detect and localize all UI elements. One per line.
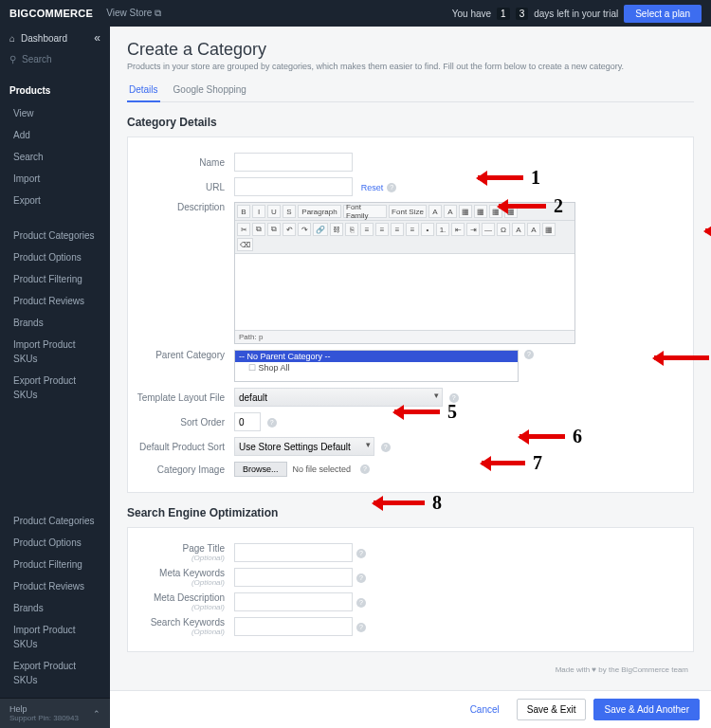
rte-btn[interactable]: — (482, 223, 495, 236)
rte-btn[interactable]: ⧉ (252, 223, 265, 236)
sidebar-item-brands-2[interactable]: Brands (0, 597, 110, 619)
url-input[interactable] (234, 177, 353, 196)
rte-toolbar-2[interactable]: ✂⧉⧉↶↷🔗⛓⎘≡≡≡≡•1.⇤⇥—ΩAA▦⌫ (235, 221, 574, 254)
rte-btn[interactable]: 1. (436, 223, 449, 236)
collapse-icon[interactable]: « (94, 31, 100, 45)
rte-btn[interactable]: ↶ (283, 223, 296, 236)
label-sort-order: Sort Order (128, 417, 234, 428)
meta-keywords-input[interactable] (234, 568, 353, 587)
sidebar-item-product-filtering-2[interactable]: Product Filtering (0, 554, 110, 575)
sidebar-item-export-skus-2[interactable]: Export Product SKUs (0, 655, 110, 691)
rte-font-size-select[interactable]: Font Size (389, 205, 427, 218)
rte-btn[interactable]: ≡ (391, 223, 404, 236)
default-sort-select[interactable]: Use Store Settings Default (234, 437, 374, 456)
rte-underline-icon[interactable]: U (267, 205, 281, 218)
rte-btn[interactable]: ▦ (504, 205, 518, 218)
sidebar-item-product-reviews-2[interactable]: Product Reviews (0, 575, 110, 597)
rte-btn[interactable]: ✂ (237, 223, 250, 236)
label-default-sort: Default Product Sort (128, 442, 234, 452)
rte-btn[interactable]: ↷ (298, 223, 311, 236)
rte-btn[interactable]: ⛓ (330, 223, 343, 236)
rte-btn[interactable]: Ω (497, 223, 510, 236)
rte-btn[interactable]: ▦ (474, 205, 487, 218)
logo: BIGCOMMERCE (9, 8, 93, 19)
label-parent-category: Parent Category (128, 350, 234, 360)
sidebar-item-view[interactable]: View (0, 102, 110, 124)
info-icon: ? (356, 623, 366, 632)
name-input[interactable] (234, 153, 353, 172)
rte-btn[interactable]: ⧉ (267, 223, 281, 236)
sidebar-item-add[interactable]: Add (0, 124, 110, 146)
sort-order-input[interactable] (234, 412, 261, 431)
sidebar-item-search[interactable]: Search (0, 146, 110, 168)
rte-btn[interactable]: A (512, 223, 525, 236)
rte-font-family-select[interactable]: Font Family (343, 205, 387, 218)
rte-btn[interactable]: ▦ (542, 223, 556, 236)
save-exit-button[interactable]: Save & Exit (517, 699, 587, 720)
rte-btn[interactable]: 🔗 (313, 223, 328, 236)
page-title-input[interactable] (234, 543, 353, 562)
cancel-button[interactable]: Cancel (461, 699, 509, 720)
reset-link[interactable]: Reset (361, 183, 384, 192)
rte-btn[interactable]: ≡ (360, 223, 374, 236)
tab-google-shopping[interactable]: Google Shopping (172, 81, 248, 101)
parent-option-none[interactable]: -- No Parent Category -- (235, 351, 518, 362)
save-add-another-button[interactable]: Save & Add Another (593, 699, 700, 720)
rte-bold-icon[interactable]: B (237, 205, 250, 218)
rte-btn[interactable]: ▦ (459, 205, 472, 218)
sidebar-item-export[interactable]: Export (0, 190, 110, 211)
rte-btn[interactable]: ≡ (375, 223, 389, 236)
sidebar-search[interactable]: ⚲ Search (0, 49, 110, 69)
info-icon: ? (360, 464, 370, 474)
rte-btn[interactable]: ▦ (489, 205, 502, 218)
rte-btn[interactable]: A (444, 205, 457, 218)
parent-option-shopall[interactable]: Shop All (235, 362, 518, 373)
sidebar-products[interactable]: Products (0, 79, 110, 102)
sidebar-item-import[interactable]: Import (0, 168, 110, 190)
browse-button[interactable]: Browse... (234, 462, 287, 477)
sidebar-item-product-filtering[interactable]: Product Filtering (0, 268, 110, 290)
sidebar-item-product-options-2[interactable]: Product Options (0, 532, 110, 554)
section-seo: Search Engine Optimization (127, 506, 694, 519)
rte-paragraph-select[interactable]: Paragraph (298, 205, 341, 218)
sidebar-item-import-skus-2[interactable]: Import Product SKUs (0, 619, 110, 655)
sidebar-dashboard[interactable]: ⌂ Dashboard « (0, 27, 110, 49)
sidebar-item-import-skus[interactable]: Import Product SKUs (0, 334, 110, 370)
view-store-link[interactable]: View Store ⧉ (106, 8, 161, 19)
rte-btn[interactable]: ⇤ (451, 223, 465, 236)
rte-btn[interactable]: A (527, 223, 540, 236)
sidebar: ⌂ Dashboard « ⚲ Search Products View Add… (0, 27, 110, 728)
rich-text-editor[interactable]: BIUS Paragraph Font Family Font Size AA▦… (234, 202, 575, 344)
sidebar-item-product-categories[interactable]: Product Categories (0, 225, 110, 246)
help-label: Help (9, 704, 79, 714)
select-plan-button[interactable]: Select a plan (624, 5, 702, 23)
rte-body[interactable] (235, 254, 574, 330)
sidebar-item-brands[interactable]: Brands (0, 312, 110, 334)
rte-btn[interactable]: • (421, 223, 434, 236)
search-keywords-input[interactable] (234, 617, 353, 636)
tab-details[interactable]: Details (127, 81, 160, 102)
label-template: Template Layout File (128, 392, 234, 403)
rte-btn[interactable]: ⌫ (237, 238, 253, 251)
meta-description-input[interactable] (234, 592, 353, 611)
rte-btn[interactable]: A (428, 205, 442, 218)
sidebar-item-export-skus[interactable]: Export Product SKUs (0, 370, 110, 406)
panel-category-details: Name URL Reset? Description (127, 136, 694, 493)
sidebar-item-product-reviews[interactable]: Product Reviews (0, 290, 110, 312)
parent-category-list[interactable]: -- No Parent Category -- Shop All (234, 350, 519, 382)
rte-strike-icon[interactable]: S (283, 205, 296, 218)
rte-btn[interactable]: ≡ (406, 223, 419, 236)
main-content: Create a Category Products in your store… (110, 27, 711, 728)
label-name: Name (128, 157, 234, 168)
rte-btn[interactable]: ⎘ (345, 223, 358, 236)
rte-italic-icon[interactable]: I (252, 205, 265, 218)
rte-statusbar: Path: p (235, 330, 574, 343)
info-icon: ? (356, 598, 366, 608)
sidebar-help[interactable]: Help Support Pin: 380943 ⌃ (0, 698, 110, 728)
template-select[interactable]: default (234, 388, 443, 407)
sidebar-item-product-options[interactable]: Product Options (0, 246, 110, 268)
label-description: Description (128, 202, 234, 212)
rte-toolbar-1[interactable]: BIUS Paragraph Font Family Font Size AA▦… (235, 203, 574, 221)
rte-btn[interactable]: ⇥ (466, 223, 480, 236)
sidebar-item-product-categories-2[interactable]: Product Categories (0, 510, 110, 532)
